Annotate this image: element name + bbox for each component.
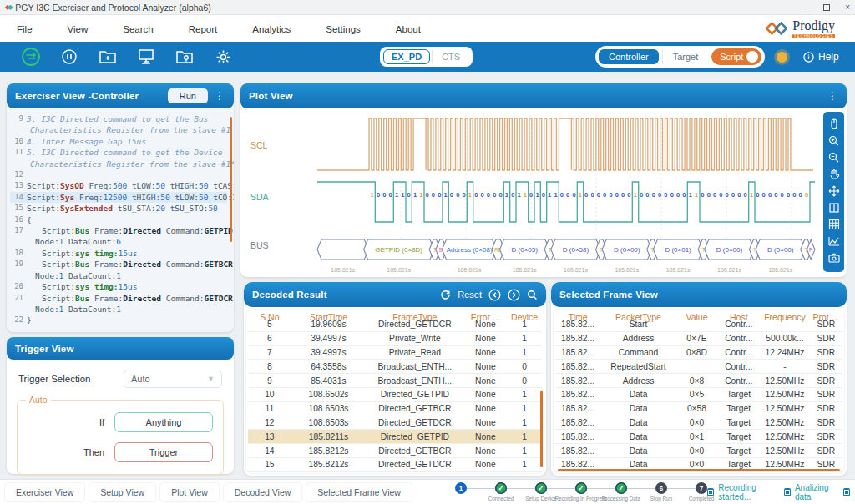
reset-button[interactable]: Reset (458, 290, 482, 300)
table-row[interactable]: 185.82...Data0×0Target12.50MHzSDR (555, 416, 842, 431)
mode-ex-pd-button[interactable]: EX_PD (383, 49, 430, 64)
table-row[interactable]: 185.82...Data0×1Target12.50MHzSDR (555, 430, 842, 444)
split-view-icon[interactable] (827, 201, 841, 218)
table-row[interactable]: 11108.6503sDirected_GETBCRNone1 (248, 402, 542, 416)
table-cell: 12.50MHz (760, 404, 809, 413)
table-cell: 185.82... (555, 348, 600, 357)
table-row[interactable]: 185.82...Data0×5Target12.50MHzSDR (555, 388, 842, 402)
monitor-icon[interactable] (127, 48, 165, 66)
refresh-icon[interactable] (440, 290, 451, 300)
role-target-button[interactable]: Target (662, 49, 709, 64)
menu-item-settings[interactable]: Settings (326, 24, 361, 34)
line-number: 14 (10, 192, 23, 203)
table-cell: SDR (810, 404, 842, 413)
selected-frame-table[interactable]: TimePacketTypeValueHostFrequencyProtocol… (554, 310, 844, 473)
table-row[interactable]: 14185.8212sDirected_GETBCRNone1 (248, 444, 542, 458)
zoom-out-icon[interactable] (827, 151, 841, 168)
table-row[interactable]: 739.4997sPrivate_ReadNone1 (248, 346, 542, 360)
trend-icon[interactable] (827, 234, 841, 251)
menu-item-report[interactable]: Report (189, 24, 218, 34)
table-row[interactable]: 185.82...RepeatedStartContr...-SDR (555, 360, 842, 374)
script-run-icon[interactable] (12, 47, 50, 67)
table-row[interactable]: 985.4031sBroadcast_ENTH...None0 (248, 374, 542, 388)
run-button[interactable]: Run (168, 88, 208, 103)
pause-icon[interactable] (50, 48, 89, 65)
menu-item-analytics[interactable]: Analytics (252, 24, 291, 34)
decoded-result-table[interactable]: S.NoStartTimeFrameTypeError ...Device519… (246, 310, 544, 473)
table-row[interactable]: 185.82...Address0×8Contr...12.50MHzSDR (555, 374, 842, 388)
then-trigger-button[interactable]: Trigger (114, 442, 213, 462)
auto-group-label: Auto (26, 395, 51, 405)
decoded-scrollbar[interactable] (540, 391, 543, 467)
role-controller-button[interactable]: Controller (599, 49, 659, 64)
trigger-selection-dropdown[interactable]: Auto ▼ (124, 370, 222, 388)
table-cell: Address (600, 376, 676, 386)
view-tab-decoded-view[interactable]: Decoded View (224, 483, 302, 501)
code-text: Node:1 DataCount:6 (27, 236, 121, 247)
code-line: Node:1 DataCount:1 (10, 270, 227, 281)
exerciser-menu-dots[interactable]: ⋮ (215, 90, 225, 102)
status-text: Analizing data (795, 483, 839, 501)
menu-item-file[interactable]: File (17, 24, 33, 34)
view-tab-selected-frame-view[interactable]: Selected Frame View (306, 483, 412, 501)
table-cell: 15 (248, 460, 291, 469)
code-scrollbar[interactable] (230, 117, 232, 242)
if-anything-button[interactable]: Anything (114, 412, 213, 432)
table-cell: 0×8D (676, 348, 717, 357)
view-tab-setup-view[interactable]: Setup View (89, 483, 155, 501)
gear-icon[interactable] (204, 48, 242, 66)
table-row[interactable]: 12108.6503sDirected_GETDCRNone1 (248, 416, 542, 431)
table-row[interactable]: 185.82...Data0×58Target12.50MHzSDR (555, 402, 842, 416)
view-tab-exerciser-view[interactable]: Exerciser View (5, 483, 84, 501)
waveform-area[interactable]: 1000110110001000100000101101011000100000… (276, 108, 817, 277)
table-row[interactable]: 13185.8211sDirected_GETPIDNone1 (248, 430, 542, 444)
table-row[interactable]: 639.4997sPrivate_WriteNone1 (248, 332, 542, 346)
table-row[interactable]: 864.3558sBroadcast_ENTH...None0 (248, 360, 542, 374)
menu-item-about[interactable]: About (396, 24, 421, 34)
table-row[interactable]: 185.82...Command0×8DContr...12.24MHzSDR (555, 346, 842, 360)
table-row[interactable]: 519.9609sDirected_GETDCRNone1 (248, 318, 542, 332)
pan-hand-icon[interactable] (827, 168, 841, 184)
channel-label-bus: BUS (250, 240, 269, 250)
plot-menu-dots[interactable]: ⋮ (827, 90, 838, 102)
next-frame-icon[interactable] (508, 289, 520, 301)
table-cell: Broadcast_ENTH... (366, 376, 463, 386)
grid-icon[interactable] (827, 218, 841, 234)
table-cell: Directed_GETDCR (366, 320, 463, 329)
close-button[interactable]: × (845, 3, 850, 12)
table-row[interactable]: 10108.6502sDirected_GETPIDNone1 (248, 388, 542, 402)
script-toggle[interactable]: Script (711, 48, 761, 65)
table-cell: Target (717, 460, 760, 469)
table-cell: 500.00k... (760, 334, 809, 343)
zoom-in-icon[interactable] (827, 134, 841, 151)
move-icon[interactable] (827, 184, 841, 201)
script-editor[interactable]: 93. I3C Directed command to get the BusC… (7, 108, 234, 324)
bus-frame-idle[interactable] (317, 239, 368, 260)
table-row[interactable]: 15185.8212sDirected_GETDCRNone1 (248, 458, 542, 472)
cursor-icon[interactable] (827, 118, 841, 134)
prev-frame-icon[interactable] (488, 289, 501, 301)
table-cell: Target (717, 418, 760, 427)
logo-name: Prodigy (792, 18, 835, 33)
plot-toolbar (823, 112, 844, 272)
table-cell: RepeatedStart (600, 362, 676, 371)
folder-pin-icon[interactable] (165, 48, 204, 65)
help-button[interactable]: Help (803, 51, 839, 63)
table-cell: SDR (810, 446, 842, 456)
minimize-button[interactable]: – (804, 3, 809, 12)
table-row[interactable]: 185.82...Address0×7EContr...500.00k...SD… (555, 332, 842, 346)
menu-item-search[interactable]: Search (123, 24, 153, 34)
maximize-button[interactable] (823, 4, 830, 11)
menu-item-view[interactable]: View (68, 24, 89, 34)
selected-frame-hscrollbar[interactable] (558, 469, 840, 471)
folder-add-icon[interactable] (89, 48, 127, 65)
mode-cts-button[interactable]: CTS (432, 50, 469, 63)
search-icon[interactable] (527, 290, 538, 300)
table-cell: 1 (507, 446, 542, 456)
camera-icon[interactable] (827, 251, 841, 268)
table-cell: Directed_GETBCR (366, 446, 463, 456)
table-row[interactable]: 185.82...Data0×0Target12.50MHzSDR (555, 444, 842, 458)
table-cell: 185.82... (555, 362, 600, 371)
status-messages: Recording started...Analizing data (707, 483, 850, 501)
view-tab-plot-view[interactable]: Plot View (160, 483, 219, 501)
